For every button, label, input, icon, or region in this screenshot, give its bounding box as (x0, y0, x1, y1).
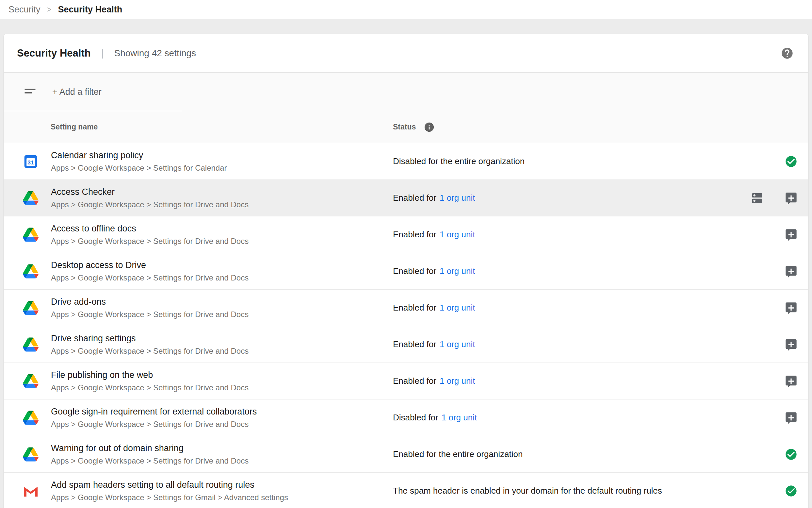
breadcrumb-parent[interactable]: Security (8, 5, 41, 15)
calendar-icon: 31 (23, 154, 39, 169)
setting-path: Apps > Google Workspace > Settings for C… (51, 163, 227, 173)
recommendation-badge-icon[interactable] (784, 411, 798, 424)
table-header-row: Setting name Status (4, 111, 808, 143)
check-circle-icon (784, 484, 798, 498)
setting-title: Add spam headers setting to all default … (51, 480, 288, 490)
check-circle-icon (784, 155, 798, 168)
setting-path: Apps > Google Workspace > Settings for D… (51, 273, 248, 283)
status-text: Enabled for (393, 339, 436, 349)
setting-title: Warning for out of domain sharing (51, 443, 248, 454)
table-row[interactable]: File publishing on the web Apps > Google… (4, 363, 808, 399)
status-cell: Enabled for 1 org unit (393, 303, 784, 313)
org-units-icon (751, 192, 764, 205)
status-text: Enabled for (393, 376, 436, 386)
table-row[interactable]: Google sign-in requirement for external … (4, 399, 808, 436)
status-text: Enabled for the entire organization (393, 449, 523, 459)
status-text: Enabled for (393, 303, 436, 313)
column-header-setting-name: Setting name (4, 123, 393, 131)
setting-title: Calendar sharing policy (51, 151, 227, 161)
org-unit-link[interactable]: 1 org unit (440, 266, 475, 276)
settings-list: 31 Calendar sharing policy Apps > Google… (4, 143, 808, 508)
status-cell: Disabled for the entire organization (393, 156, 784, 166)
add-filter-button[interactable]: + Add a filter (52, 87, 102, 97)
drive-icon (23, 373, 39, 389)
status-text: Enabled for (393, 193, 436, 203)
table-row[interactable]: Access Checker Apps > Google Workspace >… (4, 180, 808, 216)
drive-icon (23, 190, 39, 206)
breadcrumb: Security > Security Health (0, 0, 812, 19)
status-text: Enabled for (393, 266, 436, 276)
recommendation-badge-icon[interactable] (784, 301, 798, 314)
table-row[interactable]: Access to offline docs Apps > Google Wor… (4, 216, 808, 253)
info-icon[interactable] (424, 122, 435, 133)
status-text: Disabled for the entire organization (393, 156, 525, 166)
gmail-icon (23, 483, 39, 499)
security-health-card: Security Health | Showing 42 settings + … (4, 34, 808, 508)
drive-icon (23, 410, 39, 426)
column-header-status: Status (393, 123, 416, 131)
setting-title: File publishing on the web (51, 370, 248, 380)
table-row[interactable]: Desktop access to Drive Apps > Google Wo… (4, 253, 808, 290)
setting-path: Apps > Google Workspace > Settings for D… (51, 420, 257, 429)
drive-icon (23, 447, 39, 462)
status-cell: Disabled for 1 org unit (393, 413, 784, 423)
card-header: Security Health | Showing 42 settings (4, 34, 808, 73)
filter-icon (23, 85, 37, 99)
help-icon[interactable] (781, 47, 794, 60)
setting-path: Apps > Google Workspace > Settings for D… (51, 310, 248, 319)
setting-path: Apps > Google Workspace > Settings for D… (51, 200, 248, 209)
recommendation-badge-icon[interactable] (784, 265, 798, 278)
table-row[interactable]: Add spam headers setting to all default … (4, 473, 808, 508)
table-row[interactable]: 31 Calendar sharing policy Apps > Google… (4, 143, 808, 180)
page-title: Security Health (17, 47, 91, 59)
recommendation-badge-icon[interactable] (784, 192, 798, 205)
setting-path: Apps > Google Workspace > Settings for D… (51, 383, 248, 392)
setting-title: Desktop access to Drive (51, 260, 248, 270)
drive-icon (23, 263, 39, 279)
status-cell: Enabled for 1 org unit (393, 266, 784, 276)
org-unit-link[interactable]: 1 org unit (440, 303, 475, 313)
check-circle-icon (784, 448, 798, 461)
status-cell: Enabled for the entire organization (393, 449, 784, 459)
recommendation-badge-icon[interactable] (784, 375, 798, 388)
filter-bar: + Add a filter (4, 73, 808, 111)
org-unit-link[interactable]: 1 org unit (440, 376, 475, 386)
table-row[interactable]: Warning for out of domain sharing Apps >… (4, 436, 808, 473)
setting-title: Access to offline docs (51, 224, 248, 234)
svg-text:31: 31 (28, 159, 34, 166)
setting-path: Apps > Google Workspace > Settings for D… (51, 237, 248, 246)
table-row[interactable]: Drive sharing settings Apps > Google Wor… (4, 326, 808, 363)
breadcrumb-current: Security Health (58, 5, 123, 15)
status-text: The spam header is enabled in your domai… (393, 486, 662, 496)
status-cell: Enabled for 1 org unit (393, 193, 751, 203)
setting-path: Apps > Google Workspace > Settings for D… (51, 456, 248, 466)
drive-icon (23, 300, 39, 316)
status-text: Disabled for (393, 413, 438, 423)
org-unit-link[interactable]: 1 org unit (440, 193, 475, 203)
drive-icon (23, 337, 39, 352)
status-cell: Enabled for 1 org unit (393, 229, 784, 240)
title-separator: | (101, 48, 104, 59)
table-row[interactable]: Drive add-ons Apps > Google Workspace > … (4, 290, 808, 326)
recommendation-badge-icon[interactable] (784, 338, 798, 351)
setting-path: Apps > Google Workspace > Settings for D… (51, 346, 248, 356)
status-cell: Enabled for 1 org unit (393, 376, 784, 386)
org-unit-link[interactable]: 1 org unit (442, 413, 477, 423)
org-unit-link[interactable]: 1 org unit (440, 339, 475, 349)
recommendation-badge-icon[interactable] (784, 228, 798, 241)
breadcrumb-separator: > (47, 5, 52, 14)
setting-title: Access Checker (51, 187, 248, 197)
setting-title: Google sign-in requirement for external … (51, 407, 257, 417)
settings-count-label: Showing 42 settings (114, 48, 196, 58)
org-unit-link[interactable]: 1 org unit (440, 229, 475, 240)
setting-title: Drive sharing settings (51, 333, 248, 344)
status-cell: The spam header is enabled in your domai… (393, 486, 784, 496)
drive-icon (23, 227, 39, 243)
status-cell: Enabled for 1 org unit (393, 339, 784, 349)
setting-path: Apps > Google Workspace > Settings for G… (51, 493, 288, 502)
status-text: Enabled for (393, 229, 436, 240)
setting-title: Drive add-ons (51, 297, 248, 307)
